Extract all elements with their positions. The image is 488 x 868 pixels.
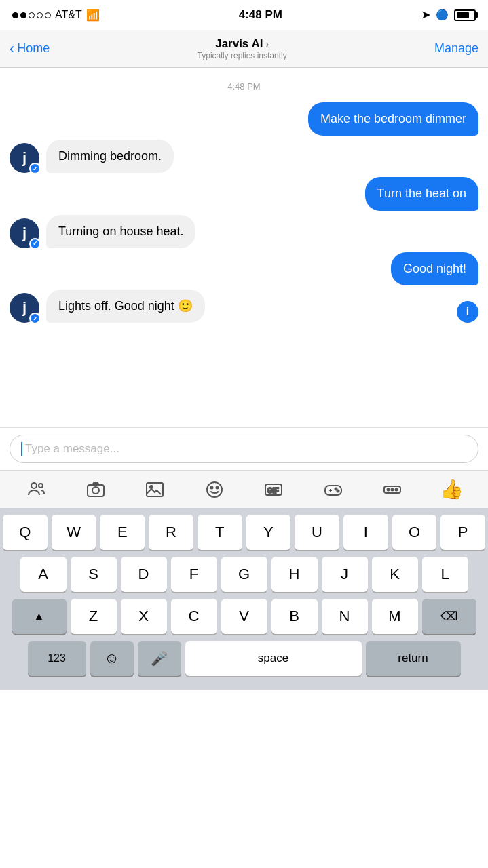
avatar-letter: j xyxy=(22,224,26,242)
emoji-icon[interactable] xyxy=(199,474,230,505)
signal-dot-4 xyxy=(37,12,43,18)
carrier-label: AT&T xyxy=(55,9,82,21)
key-f[interactable]: F xyxy=(171,557,217,592)
signal-dot-1 xyxy=(12,12,18,18)
key-z[interactable]: Z xyxy=(71,599,117,634)
svg-point-5 xyxy=(150,486,153,488)
key-c[interactable]: C xyxy=(171,599,217,634)
svg-point-6 xyxy=(207,482,222,497)
key-a[interactable]: A xyxy=(20,557,67,592)
back-button[interactable]: ‹ Home xyxy=(10,40,50,58)
like-button[interactable]: 👍 xyxy=(436,474,467,505)
key-l[interactable]: L xyxy=(422,557,468,592)
battery-fill xyxy=(457,12,469,18)
message-bubble: Dimming bedroom. xyxy=(46,140,174,173)
backspace-key[interactable]: ⌫ xyxy=(422,599,476,634)
nav-center: Jarvis AI › Typically replies instantly xyxy=(198,37,287,60)
return-key[interactable]: return xyxy=(366,641,461,676)
wifi-icon: 📶 xyxy=(86,9,100,22)
key-e[interactable]: E xyxy=(100,515,145,550)
svg-point-1 xyxy=(39,484,43,488)
microphone-key[interactable]: 🎤 xyxy=(138,641,181,676)
svg-point-15 xyxy=(337,490,339,492)
key-q[interactable]: Q xyxy=(3,515,48,550)
photo-svg xyxy=(145,480,164,499)
messenger-badge: ✓ xyxy=(29,238,41,250)
message-bubble: Lights off. Good night 🙂 xyxy=(46,290,205,323)
message-input-area: Type a message... xyxy=(0,427,488,470)
shift-key[interactable]: ▲ xyxy=(12,599,67,634)
keyboard-row-4: 123 ☺ 🎤 space return xyxy=(3,641,485,680)
contacts-icon[interactable] xyxy=(21,474,52,505)
message-row: Turn the heat on xyxy=(10,177,478,210)
key-s[interactable]: S xyxy=(71,557,117,592)
info-button[interactable]: i xyxy=(457,301,478,323)
key-r[interactable]: R xyxy=(149,515,193,550)
key-p[interactable]: P xyxy=(440,515,485,550)
signal-dot-5 xyxy=(45,12,51,18)
more-icon[interactable] xyxy=(377,474,408,505)
message-row: Good night! xyxy=(10,252,478,285)
key-t[interactable]: T xyxy=(198,515,242,550)
camera-icon[interactable] xyxy=(80,474,111,505)
more-svg xyxy=(383,480,402,499)
key-i[interactable]: I xyxy=(343,515,388,550)
bluetooth-icon: 🔵 xyxy=(436,9,449,21)
battery-indicator xyxy=(454,9,476,21)
key-o[interactable]: O xyxy=(392,515,437,550)
key-n[interactable]: N xyxy=(322,599,368,634)
key-b[interactable]: B xyxy=(271,599,318,634)
message-bubble: Turn the heat on xyxy=(365,177,478,210)
key-h[interactable]: H xyxy=(271,557,318,592)
chat-subtitle: Typically replies instantly xyxy=(198,51,287,60)
manage-button[interactable]: Manage xyxy=(434,41,478,56)
signal-dot-2 xyxy=(20,12,26,18)
space-key[interactable]: space xyxy=(185,641,362,676)
keyboard-row-2: A S D F G H J K L xyxy=(3,557,485,592)
keyboard-row-3: ▲ Z X C V B N M ⌫ xyxy=(3,599,485,634)
key-y[interactable]: Y xyxy=(246,515,291,550)
message-bubble: Make the bedroom dimmer xyxy=(308,102,478,136)
message-row: j ✓ Lights off. Good night 🙂 i xyxy=(10,290,478,323)
chat-toolbar: GIF 👍 xyxy=(0,470,488,508)
svg-point-17 xyxy=(387,488,389,490)
key-w[interactable]: W xyxy=(52,515,96,550)
avatar: j ✓ xyxy=(10,143,39,173)
emoji-keyboard-key[interactable]: ☺ xyxy=(90,641,134,676)
keyboard: Q W E R T Y U I O P A S D F G H J K L ▲ … xyxy=(0,508,488,690)
svg-point-0 xyxy=(31,483,37,488)
status-left: AT&T 📶 xyxy=(12,9,100,22)
camera-svg xyxy=(86,480,105,499)
messenger-check-icon: ✓ xyxy=(33,315,38,322)
input-placeholder: Type a message... xyxy=(25,442,119,456)
gif-icon[interactable]: GIF xyxy=(258,474,289,505)
key-d[interactable]: D xyxy=(121,557,167,592)
svg-point-14 xyxy=(335,488,337,490)
message-row: j ✓ Dimming bedroom. xyxy=(10,140,478,173)
message-row: Make the bedroom dimmer xyxy=(10,102,478,136)
key-k[interactable]: K xyxy=(372,557,418,592)
key-j[interactable]: J xyxy=(322,557,368,592)
message-row: j ✓ Turning on house heat. xyxy=(10,215,478,248)
contacts-svg xyxy=(27,480,46,499)
signal-dots xyxy=(12,12,51,18)
svg-point-3 xyxy=(92,487,99,494)
key-v[interactable]: V xyxy=(221,599,267,634)
chat-timestamp: 4:48 PM xyxy=(0,81,488,92)
key-m[interactable]: M xyxy=(372,599,418,634)
photo-icon[interactable] xyxy=(139,474,170,505)
message-input[interactable]: Type a message... xyxy=(10,435,478,463)
key-u[interactable]: U xyxy=(295,515,339,550)
key-g[interactable]: G xyxy=(221,557,267,592)
gif-svg: GIF xyxy=(264,480,283,499)
keyboard-row-1: Q W E R T Y U I O P xyxy=(3,515,485,550)
message-bubble: Good night! xyxy=(391,252,478,285)
svg-point-19 xyxy=(395,488,397,490)
numbers-key[interactable]: 123 xyxy=(28,641,86,676)
avatar-letter: j xyxy=(22,149,26,167)
avatar: j ✓ xyxy=(10,218,39,248)
messenger-check-icon: ✓ xyxy=(33,240,38,247)
chat-title[interactable]: Jarvis AI › xyxy=(198,37,287,51)
key-x[interactable]: X xyxy=(121,599,167,634)
game-icon[interactable] xyxy=(318,474,349,505)
